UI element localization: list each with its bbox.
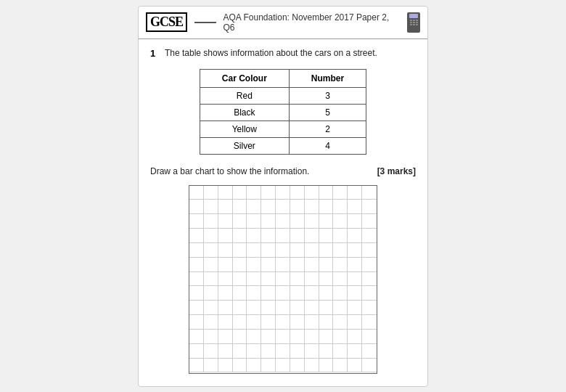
grid-cell: [204, 186, 218, 200]
grid-cell: [204, 200, 218, 214]
grid-cell: [276, 272, 290, 287]
grid-cell: [319, 243, 334, 258]
grid-cell: [290, 344, 305, 359]
marks-badge: [3 marks]: [377, 166, 416, 176]
grid-cell: [189, 200, 204, 214]
grid-cell: [233, 200, 247, 214]
grid-cell: [305, 214, 319, 229]
grid-cell: [218, 344, 233, 359]
grid-cell: [362, 214, 377, 229]
grid-cell: [333, 243, 348, 258]
number-cell: 4: [289, 137, 366, 154]
grid-cell: [261, 330, 276, 344]
grid-cell: [290, 214, 305, 229]
number-cell: 5: [289, 104, 366, 121]
grid-cell: [348, 315, 362, 330]
grid-cell: [189, 359, 204, 373]
grid-cell: [233, 315, 247, 330]
grid-cell: [218, 359, 233, 373]
grid-cell: [362, 286, 377, 301]
grid-cell: [333, 344, 348, 359]
colour-cell: Black: [200, 104, 289, 121]
grid-cell: [290, 186, 305, 200]
grid-cell: [362, 315, 377, 330]
grid-cell: [218, 301, 233, 315]
page-header: GCSE AQA Foundation: November 2017 Paper…: [139, 7, 427, 39]
header-title: AQA Foundation: November 2017 Paper 2, Q…: [223, 12, 401, 33]
grid-cell: [204, 344, 218, 359]
grid-cell: [305, 243, 319, 258]
grid-cell: [333, 315, 348, 330]
grid-cell: [319, 214, 334, 229]
grid-cell: [276, 301, 290, 315]
grid-cell: [290, 359, 305, 373]
grid-cell: [305, 315, 319, 330]
grid-cell: [305, 330, 319, 344]
grid-cell: [305, 286, 319, 301]
bar-chart-grid[interactable]: [189, 185, 377, 374]
grid-cell: [319, 301, 334, 315]
grid-cell: [189, 286, 204, 301]
grid-cell: [362, 344, 377, 359]
grid-cell: [276, 315, 290, 330]
grid-cell: [333, 330, 348, 344]
grid-cell: [348, 200, 362, 214]
grid-cell: [333, 301, 348, 315]
grid-cell: [290, 301, 305, 315]
table-header-number: Number: [289, 69, 366, 87]
grid-cell: [348, 330, 362, 344]
grid-cell: [305, 200, 319, 214]
grid-cell: [247, 243, 261, 258]
grid-cell: [290, 200, 305, 214]
grid-cell: [204, 359, 218, 373]
grid-cell: [247, 272, 261, 287]
grid-cell: [276, 229, 290, 243]
grid-cell: [333, 272, 348, 287]
grid-cell: [362, 301, 377, 315]
grid-cell: [189, 301, 204, 315]
grid-cell: [189, 243, 204, 258]
grid-cell: [189, 272, 204, 287]
grid-cell: [233, 286, 247, 301]
grid-cell: [247, 186, 261, 200]
grid-cell: [261, 301, 276, 315]
grid-cell: [276, 243, 290, 258]
grid-cell: [233, 359, 247, 373]
grid-cell: [276, 186, 290, 200]
question-text: The table shows information about the ca…: [165, 48, 377, 59]
grid-cell: [362, 243, 377, 258]
grid-cell: [261, 229, 276, 243]
grid-cell: [276, 286, 290, 301]
grid-cell: [247, 359, 261, 373]
grid-cell: [290, 330, 305, 344]
grid-cell: [305, 258, 319, 272]
page-content: 1 The table shows information about the …: [139, 39, 427, 383]
grid-cell: [319, 330, 334, 344]
grid-cell: [261, 286, 276, 301]
grid-cell: [247, 286, 261, 301]
grid-cell: [333, 214, 348, 229]
grid-cell: [247, 258, 261, 272]
grid-cell: [218, 330, 233, 344]
grid-cell: [204, 315, 218, 330]
grid-cell: [261, 243, 276, 258]
grid-cell: [362, 330, 377, 344]
task-text: Draw a bar chart to show the information…: [150, 166, 309, 176]
grid-cell: [218, 315, 233, 330]
grid-cell: [290, 286, 305, 301]
grid-cell: [333, 186, 348, 200]
grid-cell: [362, 186, 377, 200]
grid-cell: [189, 344, 204, 359]
grid-cell: [233, 301, 247, 315]
grid-cell: [233, 258, 247, 272]
table-header-colour: Car Colour: [200, 69, 289, 87]
colour-cell: Yellow: [200, 121, 289, 137]
grid-cell: [261, 359, 276, 373]
calculator-icon: [407, 12, 420, 33]
grid-cell: [305, 229, 319, 243]
grid-cell: [233, 214, 247, 229]
exam-page: GCSE AQA Foundation: November 2017 Paper…: [138, 6, 428, 387]
grid-cell: [189, 214, 204, 229]
grid-cell: [189, 258, 204, 272]
grid-cell: [247, 330, 261, 344]
